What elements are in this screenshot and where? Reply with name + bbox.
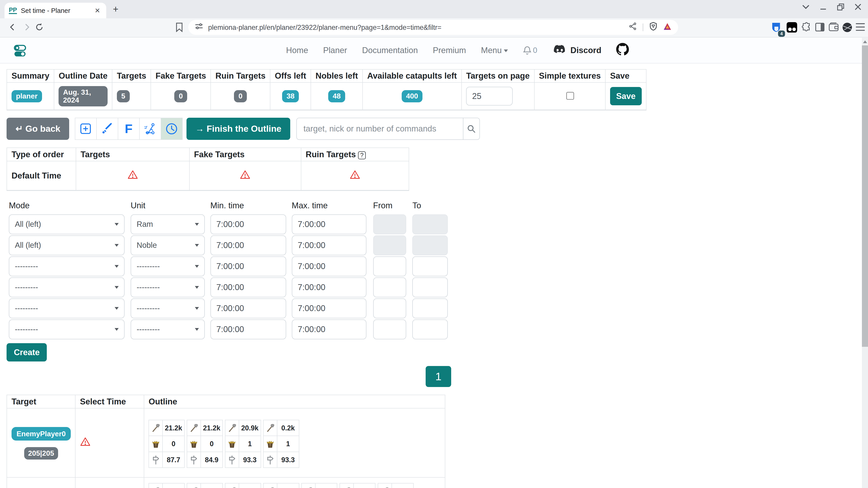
outline-command-card[interactable]: 21.2k 0 87.7 <box>149 420 184 468</box>
search-button[interactable] <box>463 118 479 139</box>
outline-command-card[interactable]: 21.1k 0 <box>149 483 184 488</box>
create-button[interactable]: Create <box>6 343 47 361</box>
sidebar-icon[interactable] <box>815 22 825 34</box>
max-time-input[interactable] <box>292 235 367 255</box>
url-bar[interactable]: plemiona-planer.pl/en/planer/23922/plane… <box>188 20 678 35</box>
minimize-button[interactable] <box>820 4 827 10</box>
min-time-input[interactable] <box>211 320 286 339</box>
min-time-input[interactable] <box>211 278 286 297</box>
tab-close-icon[interactable]: ✕ <box>93 7 102 14</box>
mode-select[interactable]: --------- <box>9 256 125 276</box>
close-window-button[interactable] <box>855 4 861 10</box>
save-button[interactable]: Save <box>610 87 642 105</box>
nav-planer[interactable]: Planer <box>323 46 347 55</box>
max-time-label: Max. time <box>292 201 373 210</box>
reload-button[interactable] <box>34 22 44 34</box>
to-input[interactable] <box>412 298 448 318</box>
col-targets: Targets <box>112 69 151 83</box>
add-targets-mode-button[interactable] <box>75 118 97 139</box>
col-ruin-targets: Ruin Targets <box>211 69 270 83</box>
scrollbar-thumb[interactable] <box>862 45 868 347</box>
restore-button[interactable] <box>837 3 844 11</box>
bookmark-icon[interactable] <box>176 23 183 34</box>
off-mode-button[interactable] <box>97 118 118 139</box>
wallet-icon[interactable] <box>829 22 839 34</box>
max-time-input[interactable] <box>292 298 367 318</box>
targets-on-page-input[interactable] <box>466 87 513 105</box>
unit-select[interactable]: --------- <box>131 298 205 318</box>
unit-select[interactable]: --------- <box>131 256 205 276</box>
nav-menu-dropdown[interactable]: Menu <box>481 46 508 55</box>
dark-extension-icon[interactable] <box>786 22 797 35</box>
to-input[interactable] <box>412 278 448 297</box>
ruin-mode-button[interactable] <box>140 118 161 139</box>
outline-command-card[interactable]: 21.2k 0 <box>225 483 261 488</box>
discord-link[interactable]: Discord <box>552 44 601 56</box>
fake-mode-button[interactable]: F <box>118 118 140 139</box>
max-time-input[interactable] <box>292 278 367 297</box>
search-input[interactable] <box>297 118 463 139</box>
from-input[interactable] <box>373 298 406 318</box>
scrollbar-up-arrow[interactable] <box>863 40 867 43</box>
max-time-input[interactable] <box>292 320 367 339</box>
go-back-button[interactable]: ↵ Go back <box>6 118 69 140</box>
mode-select[interactable]: All (left) <box>9 215 125 234</box>
from-input[interactable] <box>373 320 406 339</box>
site-logo[interactable] <box>13 44 27 60</box>
simple-textures-checkbox[interactable] <box>566 92 575 100</box>
mode-select[interactable]: --------- <box>9 298 125 318</box>
site-controls-icon[interactable] <box>195 22 203 33</box>
to-input[interactable] <box>412 256 448 276</box>
min-time-input[interactable] <box>211 215 286 234</box>
nav-home[interactable]: Home <box>286 46 308 55</box>
mode-select[interactable]: All (left) <box>9 235 125 255</box>
from-input[interactable] <box>373 278 406 297</box>
mode-select[interactable]: --------- <box>9 320 125 339</box>
back-button[interactable] <box>8 22 18 34</box>
outline-command-card[interactable]: 21.2k 0 <box>263 483 299 488</box>
brave-shield-icon[interactable] <box>649 22 657 33</box>
max-time-input[interactable] <box>292 215 367 234</box>
max-time-input[interactable] <box>292 256 367 276</box>
min-time-input[interactable] <box>211 256 286 276</box>
outline-command-card[interactable]: 0.2k 1 93.3 <box>263 420 299 468</box>
browser-tab[interactable]: PP Set time - Planer ✕ <box>4 3 106 18</box>
col-outline-date: Outline Date <box>54 69 112 83</box>
unit-select[interactable]: --------- <box>131 278 205 297</box>
nav-documentation[interactable]: Documentation <box>362 46 418 55</box>
outline-command-card[interactable]: 21.2k 0 84.9 <box>187 420 223 468</box>
page-1-button[interactable]: 1 <box>426 366 451 387</box>
set-time-mode-button[interactable] <box>161 118 182 139</box>
outline-command-card[interactable]: 0.2k 1 <box>340 483 375 488</box>
share-icon[interactable] <box>629 22 637 33</box>
to-input <box>412 235 448 255</box>
unit-select[interactable]: Ram <box>131 215 205 234</box>
menu-hamburger-icon[interactable] <box>855 23 865 33</box>
github-link[interactable] <box>616 43 629 58</box>
forward-button[interactable] <box>22 22 32 34</box>
help-tooltip-icon[interactable]: ? <box>358 151 366 159</box>
adblock-extension-icon[interactable]: 4 <box>771 22 782 35</box>
to-input[interactable] <box>412 320 448 339</box>
outline-command-card[interactable]: 21.2k 0 <box>187 483 223 488</box>
unit-select[interactable]: --------- <box>131 320 205 339</box>
brave-rewards-triangle-icon[interactable] <box>663 22 672 32</box>
extensions-puzzle-icon[interactable] <box>802 22 811 34</box>
scrollbar[interactable] <box>862 38 868 488</box>
nav-premium[interactable]: Premium <box>433 46 466 55</box>
min-time-input[interactable] <box>211 235 286 255</box>
tab-search-chevron-icon[interactable] <box>802 5 809 9</box>
mode-select[interactable]: --------- <box>9 278 125 297</box>
from-input[interactable] <box>373 256 406 276</box>
summary-badge[interactable]: planer <box>11 90 42 103</box>
outline-command-card[interactable]: 20.9k 1 93.3 <box>225 420 261 468</box>
rewards-globe-icon[interactable] <box>842 22 852 35</box>
outline-command-card[interactable]: 0.2k 1 <box>378 483 414 488</box>
min-time-input[interactable] <box>211 298 286 318</box>
target-player-badge[interactable]: EnemyPlayer0 <box>11 427 71 440</box>
new-tab-button[interactable]: + <box>113 4 119 14</box>
finish-outline-button[interactable]: → Finish the Outline <box>186 118 290 140</box>
unit-select[interactable]: Noble <box>131 235 205 255</box>
outline-command-card[interactable]: 20.6k 1 <box>301 483 337 488</box>
notifications-bell[interactable]: 0 <box>523 46 537 55</box>
